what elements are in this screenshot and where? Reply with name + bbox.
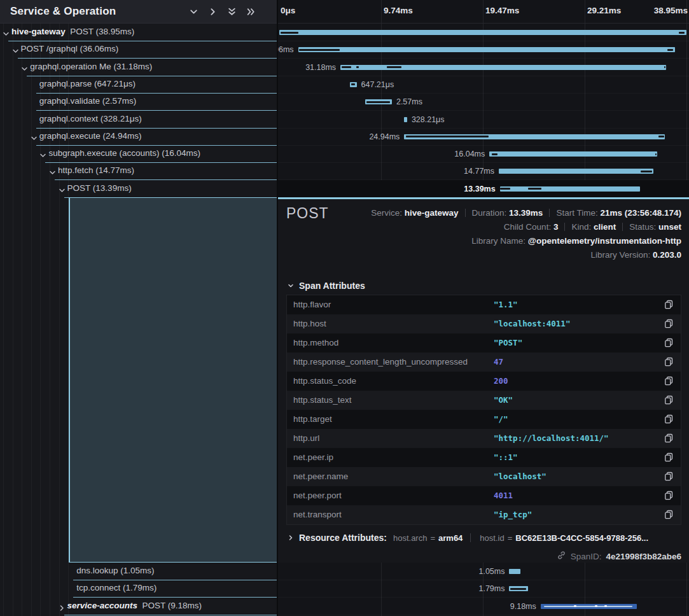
span-bar[interactable] [489,151,657,157]
chevron-down-icon[interactable] [21,64,28,71]
attribute-value: "POST" [494,338,522,347]
tree-row[interactable]: graphql.context (328.21μs) [0,111,277,129]
span-bar[interactable] [500,186,640,192]
timeline-row[interactable]: 9.18ms [278,598,689,615]
attribute-key: http.target [293,414,332,424]
tree-row[interactable]: http.fetch (14.77ms) [0,162,277,180]
duration-label: 1.79ms [478,584,505,593]
stat-divider [465,209,466,217]
tick-label: 38.95ms [654,6,688,15]
timeline-row[interactable]: 13.39ms [278,180,689,198]
copy-icon[interactable] [664,357,674,367]
attribute-key: http.flavor [293,300,331,309]
span-attributes-toggle[interactable]: Span Attributes [288,280,365,291]
tree-row[interactable]: graphql.operation Me (31.18ms) [0,59,277,76]
stat-line: Library Version: 0.203.0 [371,248,681,262]
timeline-row[interactable]: 1.05ms [278,563,689,580]
child-span-mark [510,588,526,590]
child-span-mark [528,188,541,190]
attribute-key: net.peer.ip [293,452,333,462]
copy-icon[interactable] [664,452,674,463]
timeline-row[interactable]: 1.79ms [278,580,689,598]
child-span-mark [387,66,401,68]
span-bar[interactable] [509,569,520,574]
resource-attribute: host.id=BC62E13B-C4CC-5854-9788-256... [480,533,648,543]
tree-row[interactable]: graphql.validate (2.57ms) [0,93,277,111]
child-span-mark [679,32,684,34]
panel-title: Service & Operation [10,5,116,18]
timeline-row[interactable]: 328.21μs [278,111,689,129]
copy-icon[interactable] [664,414,674,424]
attribute-row: http.url"http://localhost:4011/" [287,429,681,448]
chevron-right-icon[interactable] [59,603,66,610]
timeline-row[interactable]: 31.18ms [278,59,689,76]
stat-label: Child Count: [504,222,553,232]
tree-row[interactable]: POST (13.39ms) [0,180,277,198]
timeline-row[interactable]: 2.57ms [278,93,689,111]
child-span-mark [406,136,489,137]
duration-label: 24.94ms [369,132,400,141]
span-bar[interactable] [404,117,407,122]
collapse-one-icon[interactable] [188,6,199,17]
child-span-mark [574,605,576,607]
timeline-row[interactable]: 36.06ms [278,41,689,59]
resource-attributes-row[interactable]: Resource Attributes: host.arch=arm64host… [288,532,648,543]
expand-all-icon[interactable] [246,6,256,17]
attribute-row: http.status_text"OK" [287,391,681,410]
span-bar[interactable] [279,30,686,35]
chevron-down-icon[interactable] [12,46,19,53]
tree-row[interactable]: tcp.connect (1.79ms) [0,580,277,598]
tree-row[interactable]: POST /graphql (36.06ms) [0,41,277,59]
span-bar[interactable] [298,47,675,52]
collapse-all-icon[interactable] [226,6,237,17]
copy-icon[interactable] [664,510,674,520]
copy-icon[interactable] [664,433,674,444]
stat-label: Duration: [472,208,510,218]
span-title: POST [286,205,329,222]
span-bar[interactable] [499,169,653,174]
attribute-row: http.target"/" [287,410,681,429]
copy-icon[interactable] [664,472,674,482]
duration-label: 16.04ms [454,150,485,158]
tree-row[interactable]: graphql.execute (24.94ms) [0,128,277,146]
stat-divider [549,209,550,217]
copy-icon[interactable] [664,300,674,310]
span-name-label: graphql.parse (647.21μs) [39,79,136,88]
timeline-panel: 0μs9.74ms19.47ms29.21ms38.95ms 38.95ms36… [277,0,689,616]
copy-icon[interactable] [664,395,674,405]
duration-label: 36.06ms [278,45,294,54]
copy-icon[interactable] [664,338,674,348]
span-stats: Service: hive-gatewayDuration: 13.39msSt… [371,206,681,262]
timeline-row[interactable]: 24.94ms [278,128,689,146]
duration-label: 9.18ms [510,602,536,611]
chevron-down-icon[interactable] [59,185,66,192]
timeline-row[interactable]: 38.95ms [278,24,689,41]
timeline-row[interactable]: 16.04ms [278,145,689,163]
chevron-down-icon[interactable] [39,150,46,157]
span-name-label: graphql.operation Me (31.18ms) [30,62,152,71]
resource-attributes-title: Resource Attributes: [299,533,387,543]
tree-row[interactable]: service-accounts POST (9.18ms) [0,598,277,615]
attribute-value: 47 [494,357,503,367]
chevron-down-icon[interactable] [3,29,10,36]
tree-row[interactable]: graphql.parse (647.21μs) [0,76,277,94]
child-span-mark [281,32,298,34]
stat-label: Library Version: [590,250,653,260]
attribute-row: net.peer.name"localhost" [287,467,681,486]
chevron-down-icon[interactable] [31,133,38,140]
attribute-value: "ip_tcp" [494,510,532,519]
copy-icon[interactable] [664,319,674,329]
timeline-row[interactable]: 647.21μs [278,76,689,94]
tree-row[interactable]: subgraph.execute (accounts) (16.04ms) [0,145,277,163]
tree-row[interactable]: dns.lookup (1.05ms) [0,563,277,580]
duration-label: 1.05ms [478,567,505,576]
link-icon[interactable] [557,550,566,563]
copy-icon[interactable] [664,376,674,386]
timeline-row[interactable]: 14.77ms [278,162,689,180]
child-span-mark [299,49,340,51]
expand-one-icon[interactable] [207,6,218,17]
attribute-row: net.transport"ip_tcp" [287,505,681,524]
tree-row[interactable]: hive-gateway POST (38.95ms) [0,24,277,41]
copy-icon[interactable] [664,491,674,501]
chevron-down-icon[interactable] [49,167,56,174]
